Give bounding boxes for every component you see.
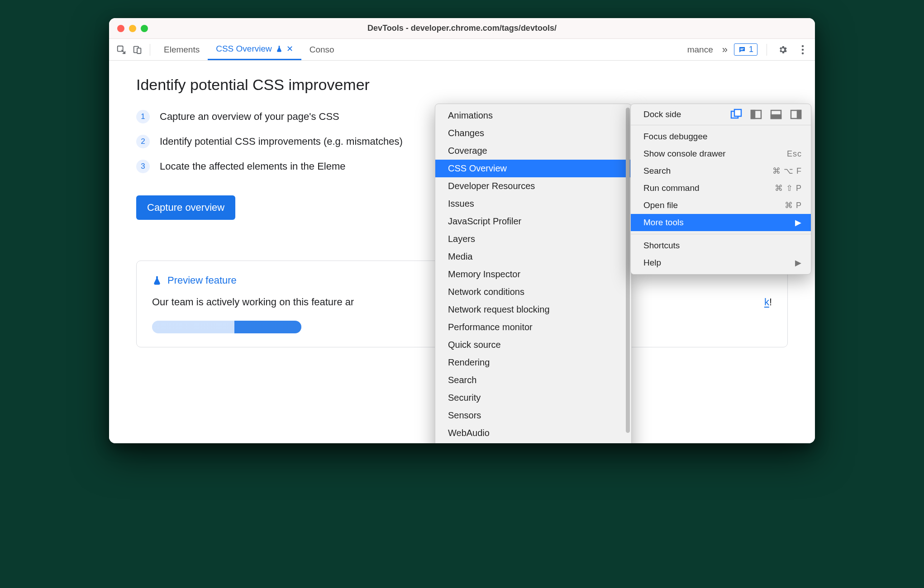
menu-item-label: Focus debuggee bbox=[643, 132, 708, 142]
submenu-item[interactable]: Network conditions bbox=[435, 283, 631, 301]
window-controls bbox=[117, 25, 148, 32]
menu-item-label: Search bbox=[643, 166, 671, 176]
devtools-toolbar: Elements CSS Overview ✕ Conso mance » 1 bbox=[109, 39, 815, 61]
svg-point-7 bbox=[802, 52, 804, 54]
menu-item-label: Run command bbox=[643, 183, 700, 193]
submenu-item[interactable]: Security bbox=[435, 389, 631, 407]
submenu-item[interactable]: JavaScript Profiler bbox=[435, 213, 631, 230]
submenu-item[interactable]: Developer Resources bbox=[435, 177, 631, 195]
menu-item-shortcut: ⌘ P bbox=[785, 200, 802, 210]
menu-item-shortcut: Esc bbox=[787, 149, 802, 159]
issues-badge[interactable]: 1 bbox=[734, 43, 757, 56]
submenu-item[interactable]: Network request blocking bbox=[435, 301, 631, 318]
svg-rect-4 bbox=[740, 49, 743, 50]
context-menu-item[interactable]: Search⌘ ⌥ F bbox=[631, 162, 811, 180]
menu-item-label: Shortcuts bbox=[643, 241, 680, 251]
page-title: Identify potential CSS improvemer bbox=[136, 76, 788, 94]
svg-rect-11 bbox=[751, 110, 755, 119]
submenu-item[interactable]: Issues bbox=[435, 195, 631, 213]
close-window-button[interactable] bbox=[117, 25, 124, 32]
submenu-item[interactable]: Animations bbox=[435, 107, 631, 124]
kebab-menu-icon[interactable] bbox=[796, 43, 810, 57]
panel-content: Identify potential CSS improvemer 1Captu… bbox=[109, 61, 815, 443]
step-text: Locate the affected elements in the Elem… bbox=[160, 159, 346, 174]
tab-label: CSS Overview bbox=[216, 44, 272, 54]
dock-bottom-icon[interactable] bbox=[770, 109, 782, 120]
tab-label: Conso bbox=[310, 45, 334, 55]
window-title: DevTools - developer.chrome.com/tags/dev… bbox=[109, 24, 815, 33]
preview-title-text: Preview feature bbox=[167, 275, 237, 286]
submenu-item[interactable]: Changes bbox=[435, 124, 631, 142]
context-menu-item[interactable]: Run command⌘ ⇧ P bbox=[631, 180, 811, 197]
minimize-window-button[interactable] bbox=[129, 25, 136, 32]
tab-console[interactable]: Conso bbox=[301, 39, 336, 60]
maximize-window-button[interactable] bbox=[141, 25, 148, 32]
svg-rect-9 bbox=[734, 109, 741, 116]
context-menu-item[interactable]: Shortcuts bbox=[631, 237, 811, 254]
inspect-icon[interactable] bbox=[114, 43, 128, 57]
device-toolbar-icon[interactable] bbox=[131, 43, 144, 57]
submenu-item[interactable]: Rendering bbox=[435, 354, 631, 371]
menu-item-shortcut: ⌘ ⇧ P bbox=[775, 183, 802, 193]
preview-text-part: ! bbox=[769, 296, 772, 308]
close-tab-icon[interactable]: ✕ bbox=[286, 44, 293, 54]
step-number: 3 bbox=[136, 160, 150, 173]
step-number: 1 bbox=[136, 110, 150, 123]
flask-icon bbox=[276, 45, 283, 53]
svg-rect-15 bbox=[797, 110, 801, 119]
preview-link-fragment[interactable]: k bbox=[764, 296, 769, 308]
menu-item-shortcut: ▶ bbox=[795, 218, 802, 228]
tab-css-overview[interactable]: CSS Overview ✕ bbox=[208, 39, 301, 60]
capture-overview-button[interactable]: Capture overview bbox=[136, 195, 235, 220]
menu-item-label: Open file bbox=[643, 200, 678, 210]
context-menu-item[interactable]: Help▶ bbox=[631, 254, 811, 271]
svg-rect-2 bbox=[137, 48, 141, 53]
dock-right-icon[interactable] bbox=[790, 109, 802, 120]
tab-label: mance bbox=[687, 45, 713, 55]
main-context-menu: Dock side Focus debugg bbox=[630, 104, 811, 275]
context-menu-item[interactable]: More tools▶ bbox=[631, 214, 811, 231]
context-menu-item[interactable]: Open file⌘ P bbox=[631, 197, 811, 214]
tabs-overflow-icon[interactable]: » bbox=[722, 44, 728, 56]
submenu-item[interactable]: WebAuthn bbox=[435, 442, 631, 443]
toolbar-divider bbox=[150, 44, 150, 56]
step-text: Identify potential CSS improvements (e.g… bbox=[160, 134, 403, 149]
submenu-item[interactable]: Media bbox=[435, 248, 631, 266]
submenu-item[interactable]: Memory Inspector bbox=[435, 266, 631, 283]
dock-undock-icon[interactable] bbox=[730, 109, 742, 120]
dock-side-label: Dock side bbox=[643, 109, 681, 119]
submenu-scrollbar[interactable] bbox=[626, 108, 630, 443]
submenu-item[interactable]: Performance monitor bbox=[435, 318, 631, 336]
toolbar-right: mance » 1 bbox=[685, 43, 810, 57]
tab-label: Elements bbox=[164, 45, 200, 55]
submenu-item[interactable]: Quick source bbox=[435, 336, 631, 354]
titlebar: DevTools - developer.chrome.com/tags/dev… bbox=[109, 18, 815, 39]
issues-count: 1 bbox=[749, 45, 753, 54]
submenu-item[interactable]: Coverage bbox=[435, 142, 631, 160]
svg-point-5 bbox=[802, 45, 804, 47]
dock-left-icon[interactable] bbox=[750, 109, 762, 120]
submenu-item[interactable]: CSS Overview bbox=[435, 160, 631, 177]
menu-item-label: Help bbox=[643, 258, 661, 268]
more-tools-submenu: AnimationsChangesCoverageCSS OverviewDev… bbox=[435, 104, 632, 443]
context-menu-item[interactable]: Focus debuggee bbox=[631, 128, 811, 145]
svg-rect-3 bbox=[740, 48, 744, 49]
submenu-item[interactable]: Sensors bbox=[435, 407, 631, 424]
toolbar-divider bbox=[767, 44, 767, 56]
step-number: 2 bbox=[136, 135, 150, 148]
submenu-item[interactable]: Search bbox=[435, 371, 631, 389]
tab-elements[interactable]: Elements bbox=[156, 39, 208, 60]
tab-performance-partial[interactable]: mance bbox=[685, 45, 716, 55]
preview-text-part: Our team is actively working on this fea… bbox=[152, 296, 354, 308]
settings-icon[interactable] bbox=[776, 43, 790, 57]
menu-item-label: More tools bbox=[643, 218, 684, 228]
devtools-window: DevTools - developer.chrome.com/tags/dev… bbox=[109, 18, 815, 443]
dock-side-row: Dock side bbox=[631, 104, 811, 125]
panel-tabs: Elements CSS Overview ✕ Conso bbox=[156, 39, 336, 60]
menu-item-shortcut: ▶ bbox=[795, 258, 802, 268]
submenu-item[interactable]: WebAudio bbox=[435, 424, 631, 442]
scrollbar-thumb[interactable] bbox=[626, 108, 630, 433]
svg-point-6 bbox=[802, 48, 804, 51]
submenu-item[interactable]: Layers bbox=[435, 230, 631, 248]
context-menu-item[interactable]: Show console drawerEsc bbox=[631, 145, 811, 162]
